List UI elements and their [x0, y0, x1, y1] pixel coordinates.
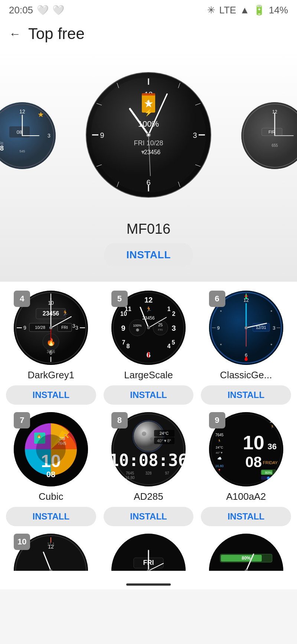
- svg-text:08: 08: [0, 145, 4, 152]
- svg-point-136: [36, 434, 66, 464]
- health-icon: 🤍: [52, 4, 64, 16]
- svg-text:🏃: 🏃: [218, 439, 221, 443]
- svg-text:40°▼: 40°▼: [216, 451, 223, 454]
- watch-item-7: 7 �: [6, 412, 96, 526]
- svg-point-127: [220, 344, 222, 345]
- install-button-7[interactable]: INSTALL: [6, 507, 96, 526]
- svg-point-121: [245, 326, 248, 329]
- battery-percent: 14%: [269, 4, 288, 16]
- bluetooth-icon: ✳: [207, 4, 215, 16]
- svg-point-141: [150, 437, 153, 440]
- install-button-4[interactable]: INSTALL: [6, 385, 96, 405]
- page-title: Top free: [28, 25, 85, 43]
- svg-text:9: 9: [217, 325, 219, 331]
- svg-text:FIR: FIR: [268, 130, 275, 134]
- svg-text:1: 1: [167, 306, 171, 312]
- svg-point-124: [271, 344, 272, 345]
- watch-grid-row2: 7 �: [6, 412, 291, 526]
- hero-watch-name: MF016: [127, 221, 170, 237]
- svg-text:2: 2: [172, 311, 176, 317]
- svg-text:16.80: 16.80: [215, 464, 223, 468]
- svg-text:10: 10: [243, 432, 264, 453]
- watch-item-9: 9 97 ❤️ 18 🏃 7645 🏃: [201, 412, 291, 526]
- svg-text:3: 3: [75, 325, 78, 331]
- svg-text:24°C: 24°C: [160, 431, 169, 436]
- svg-text:10/28: 10/28: [35, 325, 46, 330]
- svg-text:12: 12: [19, 109, 25, 114]
- install-button-8[interactable]: INSTALL: [104, 507, 194, 526]
- svg-text:5: 5: [172, 339, 175, 346]
- svg-point-104: [147, 326, 150, 329]
- svg-text:08: 08: [46, 470, 55, 479]
- svg-text:655: 655: [272, 143, 278, 148]
- svg-text:7645: 7645: [126, 471, 134, 475]
- svg-point-78: [49, 326, 52, 329]
- install-button-9[interactable]: INSTALL: [201, 507, 291, 526]
- svg-text:FRI: FRI: [158, 328, 163, 331]
- watch-label-6: ClassicGe...: [220, 369, 272, 381]
- svg-text:☁️: ☁️: [217, 456, 222, 461]
- status-right: ✳ LTE ▲ 🔋 14%: [207, 4, 288, 16]
- side-watch-left[interactable]: 12 3 9 08 FRI 08 ★ 545: [0, 102, 56, 169]
- nav-pill: [126, 583, 171, 586]
- svg-text:10: 10: [120, 311, 127, 317]
- svg-text:3: 3: [193, 131, 197, 139]
- svg-text:16.80: 16.80: [125, 476, 134, 480]
- svg-point-122: [245, 297, 247, 299]
- watch-grid-row1: 4: [6, 291, 291, 405]
- watch-item-5: 5 12 3 9 6 1 2 11 10 4: [104, 291, 194, 405]
- watch-thumb-container-5: 5 12 3 9 6 1 2 11 10 4: [111, 291, 186, 365]
- svg-text:328: 328: [146, 471, 152, 475]
- svg-text:FRIDAY: FRIDAY: [263, 460, 278, 465]
- rank-badge-7: 7: [14, 412, 30, 428]
- side-watch-right[interactable]: 12 3 FIR 655: [241, 102, 297, 169]
- svg-text:18: 18: [270, 418, 275, 424]
- svg-text:08: 08: [17, 129, 22, 135]
- time: 20:05: [9, 4, 33, 16]
- svg-text:36: 36: [267, 442, 276, 451]
- back-button[interactable]: ←: [9, 28, 21, 40]
- svg-text:6: 6: [146, 178, 150, 187]
- hero-install-button[interactable]: INSTALL: [104, 243, 193, 267]
- page-header: ← Top free: [0, 19, 297, 50]
- partial-item-12: 80%: [201, 534, 291, 571]
- svg-text:🔷: 🔷: [267, 476, 270, 480]
- install-button-6[interactable]: INSTALL: [201, 385, 291, 405]
- svg-point-95: [129, 320, 146, 336]
- rank-badge-8: 8: [111, 412, 128, 428]
- partial-item-11: FRI: [104, 534, 194, 571]
- watch-label-5: LargeScale: [124, 369, 173, 381]
- watch-thumb-container-9: 9 97 ❤️ 18 🏃 7645 🏃: [209, 412, 283, 486]
- partial-item-10: 10 12 11 1: [6, 534, 96, 571]
- svg-text:8: 8: [127, 343, 130, 349]
- watch-item-4: 4: [6, 291, 96, 405]
- watch-thumb-container-7: 7 �: [14, 412, 88, 486]
- install-button-5[interactable]: INSTALL: [104, 385, 194, 405]
- svg-text:40°▼8°: 40°▼8°: [157, 438, 171, 443]
- watch-label-4: DarkGrey1: [27, 369, 74, 381]
- rank-badge-9: 9: [209, 412, 225, 428]
- svg-text:3: 3: [48, 133, 50, 139]
- watch-item-6: 6 12 3: [201, 291, 291, 405]
- svg-point-123: [271, 310, 272, 312]
- svg-text:🔥: 🔥: [37, 434, 42, 438]
- hero-section: 12 3 9 08 FRI 08 ★ 545: [0, 50, 297, 282]
- watch-label-8: AD285: [134, 491, 163, 502]
- svg-rect-32: [142, 93, 155, 96]
- watch-thumb-container-6: 6 12 3: [209, 291, 283, 365]
- lte-label: LTE: [219, 4, 236, 16]
- svg-text:100%: 100%: [133, 324, 141, 327]
- heart-rate-icon: 🤍: [37, 4, 49, 16]
- grid-section: 4: [0, 282, 297, 580]
- svg-text:3: 3: [172, 324, 176, 332]
- svg-text:1: 1: [146, 98, 151, 108]
- svg-text:🏃: 🏃: [270, 424, 274, 429]
- svg-text:3456: 3456: [47, 350, 55, 354]
- svg-point-140: [142, 431, 146, 436]
- status-bar: 20:05 🤍 🤍 ✳ LTE ▲ 🔋 14%: [0, 0, 297, 19]
- signal-icon: ▲: [240, 4, 249, 16]
- hero-watch[interactable]: 12 3 9 6 ★ 1 ⚡ 100% FRI 10/28 ▼ 23456: [85, 72, 212, 200]
- svg-text:7645: 7645: [215, 433, 224, 437]
- svg-text:3: 3: [72, 323, 75, 329]
- bottom-nav: [0, 580, 297, 589]
